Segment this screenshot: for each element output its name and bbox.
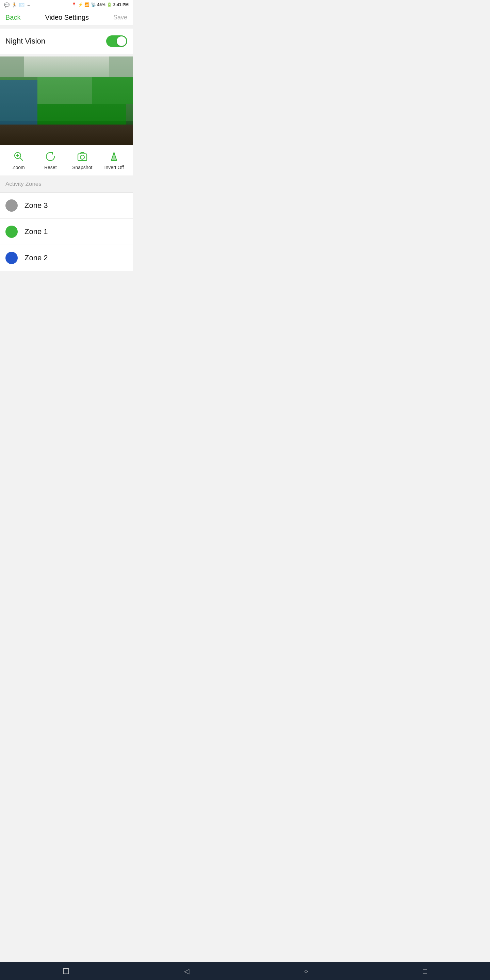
invert-control[interactable]: Invert Off [98, 150, 130, 170]
invert-label: Invert Off [105, 165, 124, 170]
zone-2-name: Zone 2 [24, 253, 48, 262]
zone-1-dot [5, 226, 18, 238]
activity-icon: 🏃 [11, 2, 17, 8]
more-icon: ··· [27, 2, 30, 8]
snapshot-control[interactable]: Snapshot [66, 150, 98, 170]
zone-3-dot [5, 199, 18, 212]
svg-point-5 [80, 155, 84, 159]
location-icon: 📍 [72, 2, 76, 7]
page-title: Video Settings [45, 14, 89, 21]
zone-overlay-zone1-top[interactable] [37, 77, 92, 104]
zoom-icon [13, 150, 25, 163]
status-left-icons: 💬 🏃 ✉️ ··· [4, 2, 30, 8]
zone-1-name: Zone 1 [24, 227, 48, 236]
battery-level: 45% [97, 2, 105, 7]
battery-icon: 🔋 [107, 2, 112, 7]
wifi-icon: 📶 [84, 2, 89, 7]
reset-label: Reset [44, 165, 57, 170]
bluetooth-icon: ⚡ [78, 2, 83, 7]
camera-background [0, 56, 133, 145]
messenger-icon: 💬 [4, 2, 10, 8]
snapshot-icon [76, 150, 89, 163]
clock: 2:41 PM [113, 2, 129, 7]
camera-bottom [0, 124, 133, 145]
svg-line-1 [20, 158, 23, 161]
invert-icon [108, 150, 120, 163]
activity-zones-title: Activity Zones [5, 181, 41, 187]
night-vision-toggle[interactable] [106, 35, 127, 47]
toggle-knob [117, 37, 126, 46]
zone-overlay-zone2[interactable] [0, 80, 37, 128]
zoom-label: Zoom [13, 165, 25, 170]
page-header: Back Video Settings Save [0, 10, 133, 26]
controls-bar: Zoom Reset Snapshot [0, 145, 133, 176]
back-button[interactable]: Back [5, 14, 21, 21]
status-right-info: 📍 ⚡ 📶 📡 45% 🔋 2:41 PM [72, 2, 129, 7]
zone-row-3[interactable]: Zone 3 [0, 192, 133, 219]
zone-row-2[interactable]: Zone 2 [0, 245, 133, 271]
night-vision-label: Night Vision [5, 37, 45, 46]
activity-zones-header: Activity Zones [0, 176, 133, 192]
reset-control[interactable]: Reset [35, 150, 67, 170]
zone-overlay-zone1-mid[interactable] [92, 77, 133, 104]
status-bar: 💬 🏃 ✉️ ··· 📍 ⚡ 📶 📡 45% 🔋 2:41 PM [0, 0, 133, 10]
save-button[interactable]: Save [113, 14, 127, 21]
zoom-control[interactable]: Zoom [3, 150, 35, 170]
snapshot-label: Snapshot [72, 165, 92, 170]
night-vision-row: Night Vision [0, 29, 133, 54]
signal-icon: 📡 [91, 2, 96, 7]
zone-row-1[interactable]: Zone 1 [0, 219, 133, 245]
zone-2-dot [5, 252, 18, 264]
reset-icon [44, 150, 56, 163]
message-icon: ✉️ [19, 2, 24, 8]
zone-3-name: Zone 3 [24, 201, 48, 210]
zone-list: Zone 3 Zone 1 Zone 2 [0, 192, 133, 271]
camera-feed [0, 56, 133, 145]
